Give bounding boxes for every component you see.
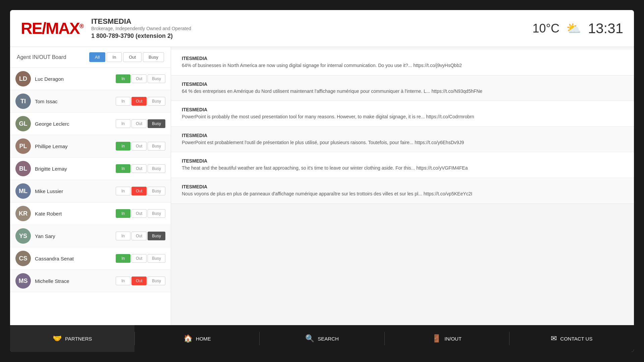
inout-icon: 🚪	[432, 334, 441, 343]
agent-name: Brigitte Lemay	[35, 166, 112, 172]
feed-item: ITESMEDIA PowerPoint est probablement l'…	[171, 127, 634, 153]
feed-item: ITESMEDIA 64 % des entreprises en Amériq…	[171, 75, 634, 101]
nav-partners[interactable]: 🤝 PARTNERS	[10, 325, 135, 352]
weather-icon: ⛅	[566, 21, 581, 36]
main-content: Agent IN/OUT Board All In Out Busy LD Lu…	[10, 47, 634, 325]
agent-avatar: KR	[15, 206, 31, 221]
temperature: 10°C	[532, 21, 559, 36]
agent-row: LD Luc Deragon In Out Busy	[10, 68, 171, 90]
status-buttons: In Out Busy	[116, 277, 165, 285]
status-out-btn[interactable]: Out	[131, 164, 147, 173]
agent-row: YS Yan Sary In Out Busy	[10, 225, 171, 247]
status-in-btn[interactable]: In	[116, 232, 130, 240]
agent-row: TI Tom Issac In Out Busy	[10, 90, 171, 113]
status-out-btn[interactable]: Out	[131, 254, 147, 263]
status-in-btn[interactable]: In	[116, 209, 130, 218]
partners-icon: 🤝	[53, 334, 62, 343]
agents-list: LD Luc Deragon In Out Busy TI Tom Issac …	[10, 68, 171, 325]
status-in-btn[interactable]: In	[116, 97, 130, 106]
nav-inout[interactable]: 🚪 IN/OUT	[385, 325, 509, 352]
feed-text: 64 % des entreprises en Amérique du Nord…	[182, 88, 623, 95]
status-busy-btn[interactable]: Busy	[148, 254, 165, 263]
company-tagline: Brokerage, Independently Owned and Opera…	[91, 26, 191, 31]
status-busy-btn[interactable]: Busy	[148, 209, 165, 218]
filter-buttons: All In Out Busy	[89, 52, 164, 62]
status-busy-btn[interactable]: Busy	[148, 119, 165, 128]
search-icon: 🔍	[305, 334, 314, 343]
status-buttons: In Out Busy	[116, 254, 165, 263]
company-info: ITESMEDIA Brokerage, Independently Owned…	[91, 17, 191, 40]
status-in-btn[interactable]: In	[116, 74, 130, 83]
feed-source: ITESMEDIA	[182, 184, 623, 189]
feed-source: ITESMEDIA	[182, 107, 623, 112]
feed-text: Nous voyons de plus en plus de panneaux …	[182, 191, 623, 197]
agent-avatar: PL	[15, 138, 31, 154]
agent-row: GL George Leclerc In Out Busy	[10, 113, 171, 135]
status-out-btn[interactable]: Out	[131, 119, 147, 128]
status-out-btn[interactable]: Out	[131, 97, 147, 106]
feed-source: ITESMEDIA	[182, 81, 623, 87]
status-busy-btn[interactable]: Busy	[148, 277, 165, 285]
agent-name: Kate Robert	[35, 211, 112, 217]
status-busy-btn[interactable]: Busy	[148, 232, 165, 240]
company-phone: 1 800-789-3790 (extension 2)	[91, 33, 191, 40]
status-busy-btn[interactable]: Busy	[148, 187, 165, 195]
status-in-btn[interactable]: In	[116, 119, 130, 128]
filter-in[interactable]: In	[107, 52, 122, 62]
feed-item: ITESMEDIA Nous voyons de plus en plus de…	[171, 178, 634, 204]
board-title: Agent IN/OUT Board	[17, 54, 66, 60]
agent-avatar: MS	[15, 273, 31, 289]
status-out-btn[interactable]: Out	[131, 209, 147, 218]
filter-all[interactable]: All	[89, 52, 105, 62]
feed-text: PowerPoint is probably the most used pre…	[182, 114, 623, 120]
status-buttons: In Out Busy	[116, 97, 165, 106]
status-in-btn[interactable]: In	[116, 254, 130, 263]
company-name: ITESMEDIA	[91, 17, 191, 26]
status-busy-btn[interactable]: Busy	[148, 142, 165, 150]
feed-text: PowerPoint est probablement l'outil de p…	[182, 139, 623, 146]
nav-search[interactable]: 🔍 SEARCH	[260, 325, 384, 352]
agent-avatar: TI	[15, 94, 31, 109]
nav-contact[interactable]: ✉ CONTACT US	[509, 325, 634, 352]
agent-avatar: GL	[15, 116, 31, 131]
clock: 13:31	[588, 20, 623, 37]
status-in-btn[interactable]: In	[116, 142, 130, 150]
filter-busy[interactable]: Busy	[143, 52, 164, 62]
agent-row: ML Mike Lussier In Out Busy	[10, 180, 171, 202]
agent-name: Yan Sary	[35, 233, 112, 239]
feed-item: ITESMEDIA PowerPoint is probably the mos…	[171, 101, 634, 127]
status-in-btn[interactable]: In	[116, 187, 130, 195]
board-header: Agent IN/OUT Board All In Out Busy	[10, 47, 171, 68]
status-out-btn[interactable]: Out	[131, 232, 147, 240]
right-panel: ITESMEDIA 64% of businesses in North Ame…	[171, 47, 634, 325]
nav-home-label: HOME	[196, 336, 211, 342]
status-out-btn[interactable]: Out	[131, 142, 147, 150]
agent-name: Michelle Strace	[35, 278, 112, 284]
agent-row: PL Phillipe Lemay In Out Busy	[10, 135, 171, 158]
agent-name: Mike Lussier	[35, 188, 112, 194]
status-busy-btn[interactable]: Busy	[148, 74, 165, 83]
logo: RE/MAX®	[21, 19, 83, 38]
status-out-btn[interactable]: Out	[131, 74, 147, 83]
feed-source: ITESMEDIA	[182, 158, 623, 164]
agent-avatar: LD	[15, 71, 31, 86]
logo-text: RE/MAX®	[21, 19, 83, 38]
header-right: 10°C ⛅ 13:31	[532, 20, 623, 37]
feed-source: ITESMEDIA	[182, 133, 623, 138]
filter-out[interactable]: Out	[123, 52, 142, 62]
status-out-btn[interactable]: Out	[131, 277, 147, 285]
nav-home[interactable]: 🏠 HOME	[135, 325, 259, 352]
status-buttons: In Out Busy	[116, 187, 165, 195]
status-buttons: In Out Busy	[116, 164, 165, 173]
bottom-nav: 🤝 PARTNERS 🏠 HOME 🔍 SEARCH 🚪 IN/OUT ✉ CO…	[10, 325, 634, 352]
status-in-btn[interactable]: In	[116, 164, 130, 173]
status-busy-btn[interactable]: Busy	[148, 97, 165, 106]
status-buttons: In Out Busy	[116, 232, 165, 240]
status-in-btn[interactable]: In	[116, 277, 130, 285]
agent-row: CS Cassandra Senat In Out Busy	[10, 247, 171, 270]
agent-row: BL Brigitte Lemay In Out Busy	[10, 158, 171, 180]
status-buttons: In Out Busy	[116, 142, 165, 150]
feed-text: The heat and the beautiful weather are f…	[182, 165, 623, 172]
status-busy-btn[interactable]: Busy	[148, 164, 165, 173]
status-out-btn[interactable]: Out	[131, 187, 147, 195]
